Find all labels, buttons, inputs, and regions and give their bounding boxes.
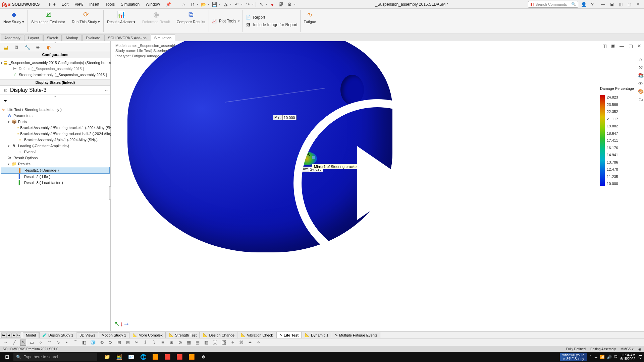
tab-evaluate[interactable]: Evaluate — [82, 35, 104, 41]
system-tray[interactable]: ˄ ☁ 📶 🔊 🗨 — [590, 355, 618, 359]
result-loadfactor[interactable]: ▌Results3 (-Load factor-) — [1, 180, 110, 186]
maximize-icon[interactable]: ▢ — [625, 1, 633, 8]
select-icon[interactable]: ↖ — [258, 1, 265, 8]
loading-node[interactable]: ▾↯Loading (-Constant Amplitude-) — [1, 143, 110, 149]
result-options-node[interactable]: 🗂Result Options — [1, 155, 110, 161]
open-icon[interactable]: 📂 — [200, 1, 207, 8]
taskpane-view-icon[interactable]: 👁 — [637, 80, 644, 87]
taskpane-custom-icon[interactable]: 🗂 — [637, 96, 644, 103]
event-node[interactable]: ◦Event-1 — [1, 149, 110, 155]
menu-simulation[interactable]: Simulation — [118, 1, 142, 7]
study-tab-designchange[interactable]: 📐Design Change — [200, 332, 237, 338]
part-2[interactable]: ▫Bracket Assembly-1/Steering rod-end bal… — [1, 131, 110, 137]
config-root[interactable]: ▾⬓ _Suspension_assembly 2015 Configurati… — [1, 60, 110, 66]
compare-results-button[interactable]: ⧉ Compare Results — [173, 9, 209, 34]
study-tab-model[interactable]: Model — [23, 332, 39, 338]
taskpane-home-icon[interactable]: ⌂ — [637, 56, 644, 63]
sk-t10-icon[interactable]: ⊘ — [177, 340, 183, 346]
sk-arc-icon[interactable]: ◠ — [46, 340, 52, 346]
sk-plane-icon[interactable]: ◧ — [81, 340, 87, 346]
close-icon[interactable]: ✕ — [634, 1, 642, 8]
result-damage[interactable]: ▌Results1 (-Damage-) — [1, 167, 110, 174]
config-tab-icon[interactable]: 🔧 — [24, 44, 30, 50]
study-prev-icon[interactable]: ◀ — [6, 333, 11, 338]
plot-tools-button[interactable]: 📈Plot Tools ▾ — [212, 18, 240, 24]
sk-fillet-icon[interactable]: ⌒ — [72, 340, 78, 346]
restore2-icon[interactable]: ◫ — [616, 1, 625, 8]
status-units[interactable]: MMGS ▾ — [621, 347, 634, 351]
settings-icon[interactable]: ⚙ — [286, 1, 293, 8]
sk-t19-icon[interactable]: ✧ — [256, 340, 262, 346]
study-tab-strength[interactable]: 📐Strength Test — [166, 332, 200, 338]
parameters-node[interactable]: ⁂Parameters — [1, 113, 110, 119]
vp-close-icon[interactable]: ✕ — [636, 43, 643, 49]
taskpane-resources-icon[interactable]: ⚒ — [637, 64, 644, 71]
sk-t1-icon[interactable]: ⟲ — [99, 340, 105, 346]
tb-calc-icon[interactable]: 🧮 — [113, 352, 125, 362]
tray-chevron-icon[interactable]: ˄ — [590, 355, 592, 359]
search-input[interactable]: ◧ Search Commands 🔍 — [528, 1, 578, 8]
tb-office-icon[interactable]: 🟥 — [162, 352, 173, 362]
taskpane-appearance-icon[interactable]: 🎨 — [637, 88, 644, 95]
sk-circle-icon[interactable]: ○ — [38, 340, 44, 346]
taskbar-clock[interactable]: 11:34 AM 6/15/2022 — [621, 353, 636, 361]
sk-smartdim-icon[interactable]: ↔ — [3, 340, 9, 346]
sk-t9-icon[interactable]: ⊕ — [168, 340, 174, 346]
tab-assembly[interactable]: Assembly — [1, 35, 24, 41]
results-advisor-button[interactable]: 📊 Results Advisor ▾ — [104, 9, 139, 34]
feature-tree-tab-icon[interactable]: ⬓ — [3, 44, 9, 50]
tab-addins[interactable]: SOLIDWORKS Add-Ins — [104, 35, 150, 41]
sk-select-icon[interactable]: ↖ — [20, 340, 26, 346]
tray-wifi-icon[interactable]: 📶 — [600, 355, 605, 359]
save-icon[interactable]: 💾 — [211, 1, 218, 8]
menu-view[interactable]: View — [72, 1, 86, 7]
study-root[interactable]: ∿Life Test (-Steering bracket only-) — [1, 107, 110, 113]
sk-spline-icon[interactable]: ∿ — [55, 340, 61, 346]
sk-t17-icon[interactable]: ⌘ — [238, 340, 244, 346]
rebuild-icon[interactable]: ● — [269, 1, 276, 8]
tb-explorer-icon[interactable]: 📁 — [101, 352, 113, 362]
study-tab-morecomplex[interactable]: 📐More Complex — [129, 332, 166, 338]
options-icon[interactable]: 🗐 — [278, 1, 284, 8]
tb-misc-icon[interactable]: ❄ — [198, 352, 209, 362]
display-tab-icon[interactable]: ◐ — [46, 44, 52, 50]
results-node[interactable]: ▾📁Results — [1, 161, 110, 167]
study-tab-vibration[interactable]: 📐Vibration Check — [238, 332, 276, 338]
tb-ppt-icon[interactable]: 🟧 — [186, 352, 197, 362]
selection-handle[interactable] — [312, 156, 315, 159]
new-study-button[interactable]: ◆ New Study ▾ — [0, 9, 28, 34]
sk-t18-icon[interactable]: ✦ — [247, 340, 253, 346]
new-icon[interactable]: 🗋 — [189, 1, 196, 8]
sk-t16-icon[interactable]: ⌖ — [229, 340, 235, 346]
tab-sketch[interactable]: Sketch — [43, 35, 62, 41]
graphics-viewport[interactable]: Model name: _Suspension_assembly 2015 St… — [111, 41, 644, 331]
menu-insert[interactable]: Insert — [87, 1, 102, 7]
run-study-button[interactable]: ⟳ Run This Study ▾ — [68, 9, 103, 34]
taskbar-search[interactable]: 🔍 Type here to search — [13, 353, 97, 361]
taskpane-library-icon[interactable]: 📚 — [637, 72, 644, 79]
minimize-icon[interactable]: — — [599, 1, 607, 8]
menu-window[interactable]: Window — [143, 1, 163, 7]
home-icon[interactable]: ⌂ — [180, 1, 187, 8]
undo-icon[interactable]: ↶ — [233, 1, 240, 8]
status-extra-icon[interactable]: ◉ — [638, 347, 641, 351]
parts-node[interactable]: ▾📦Parts — [1, 119, 110, 125]
study-tab-lifetest[interactable]: ∿Life Test — [276, 332, 302, 338]
display-state-item[interactable]: ◐Display State-3 ▴▾ — [0, 86, 110, 95]
sk-box-icon[interactable]: 🧊 — [90, 340, 96, 346]
sk-t12-icon[interactable]: ▤ — [195, 340, 201, 346]
study-next-icon[interactable]: ▶ — [11, 333, 16, 338]
vp-min-icon[interactable]: — — [619, 43, 625, 49]
dimxpert-tab-icon[interactable]: ⊕ — [35, 44, 41, 50]
config-default[interactable]: ⊢Default [ _Suspension_assembly 2015 ] — [1, 66, 110, 72]
start-icon[interactable]: ⊞ — [1, 352, 13, 362]
filter-icon[interactable]: ⏷ — [3, 98, 8, 104]
print-icon[interactable]: 🖨 — [222, 1, 229, 8]
vp-max-icon[interactable]: ▢ — [627, 43, 634, 49]
study-tab-dynamic[interactable]: 📐Dynamic 1 — [302, 332, 331, 338]
tb-solidworks-icon[interactable]: 🟥 — [174, 352, 185, 362]
sk-t13-icon[interactable]: ▥ — [203, 340, 209, 346]
config-steering[interactable]: ✓Steering bracket only [ _Suspension_ass… — [1, 72, 110, 78]
vp-todisplay-icon[interactable]: ▣ — [610, 43, 616, 49]
sk-rect-icon[interactable]: ▭ — [29, 340, 35, 346]
